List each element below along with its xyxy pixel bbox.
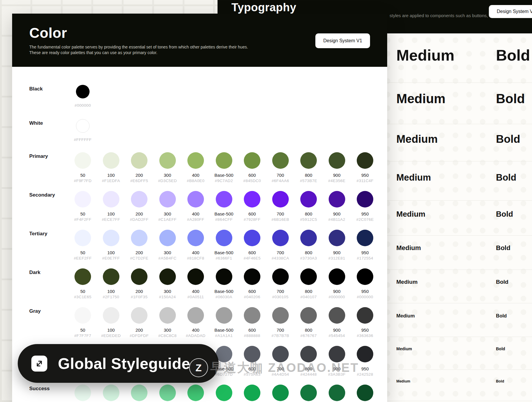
color-swatch-cell: 700#030105 bbox=[266, 268, 295, 299]
swatch-step-label: 900 bbox=[323, 173, 351, 178]
color-swatch bbox=[300, 385, 317, 401]
swatch-step-label: 200 bbox=[125, 211, 153, 216]
color-swatch-cell: 800#040107 bbox=[294, 268, 323, 299]
color-swatch bbox=[103, 152, 119, 169]
type-sample-medium: Medium bbox=[396, 379, 410, 383]
color-swatch bbox=[329, 152, 345, 169]
swatch-step-label: 200 bbox=[125, 289, 153, 294]
color-swatch bbox=[187, 307, 204, 324]
color-swatch-cell bbox=[210, 385, 238, 401]
swatch-hex-label: #ADADAD bbox=[181, 333, 210, 338]
color-swatch bbox=[216, 385, 232, 401]
color-swatch bbox=[187, 268, 204, 285]
swatch-step-label: 700 bbox=[266, 173, 295, 178]
swatch-hex-label: #6F4AA6 bbox=[266, 179, 295, 183]
color-swatch-cell: 50#F9F7FD bbox=[69, 152, 97, 183]
color-swatch bbox=[131, 152, 147, 169]
color-row-label: White bbox=[29, 120, 43, 126]
color-swatch-cell: 800#676767 bbox=[294, 307, 323, 338]
color-swatch bbox=[159, 191, 176, 208]
color-swatch-cell: 900#000000 bbox=[323, 268, 351, 299]
type-sample-bold: Bold bbox=[496, 172, 516, 183]
color-swatch bbox=[103, 385, 119, 401]
type-sample-medium: Medium bbox=[396, 346, 412, 351]
color-swatch-cell: 400#818CF8 bbox=[181, 230, 210, 260]
color-swatch bbox=[357, 152, 373, 169]
swatch-step-label: 600 bbox=[238, 289, 266, 294]
color-swatch bbox=[244, 191, 260, 208]
swatch-hex-label: #7B7B7B bbox=[266, 333, 295, 338]
color-swatch-cell: 400#B8A0E0 bbox=[181, 152, 210, 183]
color-swatch-cell bbox=[69, 385, 97, 401]
color-swatch bbox=[244, 307, 260, 324]
color-swatch bbox=[131, 268, 147, 285]
color-swatch-cell: 950#2C076E bbox=[351, 191, 379, 222]
color-swatch bbox=[329, 385, 345, 401]
color-description: The fundamental color palette serves by … bbox=[29, 44, 248, 56]
swatch-hex-label: #1F0F35 bbox=[125, 295, 153, 299]
color-swatch bbox=[159, 230, 176, 246]
row-divider bbox=[387, 270, 532, 270]
color-swatch bbox=[244, 152, 260, 169]
swatch-step-label: 300 bbox=[153, 289, 182, 294]
row-divider bbox=[387, 337, 532, 337]
swatch-hex-label: #363636 bbox=[351, 333, 379, 338]
color-swatch-cell: 800#573B7E bbox=[294, 152, 323, 183]
swatch-hex-label: #845DC0 bbox=[238, 179, 266, 183]
color-swatch-cell: 300#D3C5ED bbox=[153, 152, 182, 183]
watermark-logo-letter: Z bbox=[196, 362, 202, 374]
swatch-step-label: 50 bbox=[69, 211, 97, 216]
swatch-hex-label: #0A0511 bbox=[181, 295, 210, 299]
color-swatch-cell: #FFFFFF bbox=[69, 119, 97, 142]
color-swatch-cell: 50#F7F7F7 bbox=[69, 307, 97, 338]
swatch-step-label: 700 bbox=[266, 211, 295, 216]
color-swatch bbox=[272, 268, 289, 285]
type-sample-bold: Bold bbox=[496, 379, 504, 383]
color-swatch-cell bbox=[181, 385, 210, 401]
swatch-step-label: 900 bbox=[323, 328, 351, 333]
swatch-step-label: 700 bbox=[266, 250, 295, 255]
color-swatch-cell: 200#DAD2FF bbox=[125, 191, 153, 222]
color-swatch bbox=[131, 385, 147, 401]
swatch-hex-label: #C8C8C8 bbox=[153, 333, 182, 338]
design-system-version-badge[interactable]: Design System V1 bbox=[489, 5, 532, 18]
color-row-label: Secondary bbox=[29, 192, 55, 198]
swatch-hex-label: #573B7E bbox=[294, 179, 323, 183]
color-row-label: Black bbox=[29, 86, 43, 92]
swatch-step-label: 50 bbox=[69, 289, 97, 294]
color-swatch bbox=[131, 230, 147, 246]
color-swatch-cell: 700#6B16EB bbox=[266, 191, 295, 222]
color-swatch-cell: 50#F4F2FF bbox=[69, 191, 97, 222]
type-sample-medium: Medium bbox=[396, 244, 421, 252]
color-swatch-cell: 400#A280FF bbox=[181, 191, 210, 222]
color-swatch bbox=[74, 152, 91, 169]
type-sample-bold: Bold bbox=[496, 91, 525, 106]
color-swatch-cell: 300#A5B4FC bbox=[153, 230, 182, 260]
color-swatch bbox=[272, 385, 289, 401]
swatch-hex-label: #4F46E5 bbox=[238, 256, 266, 260]
swatch-hex-label: #F4F2FF bbox=[69, 217, 97, 222]
swatch-hex-label: #4338CA bbox=[266, 256, 295, 260]
row-divider bbox=[387, 369, 532, 370]
color-swatch bbox=[300, 152, 317, 169]
color-title: Color bbox=[29, 25, 67, 41]
color-swatch bbox=[300, 268, 317, 285]
color-swatch-cell bbox=[266, 385, 295, 401]
swatch-step-label: 200 bbox=[125, 173, 153, 178]
swatch-hex-label: #040107 bbox=[294, 295, 323, 299]
color-swatch-cell: 300#C1AEFF bbox=[153, 191, 182, 222]
color-swatch bbox=[74, 268, 91, 285]
swatch-step-label: 200 bbox=[125, 250, 153, 255]
global-styleguide-button[interactable]: Global Styleguide bbox=[18, 344, 219, 383]
swatch-step-label: 900 bbox=[323, 211, 351, 216]
color-row-label: Gray bbox=[29, 308, 41, 314]
color-swatch bbox=[76, 85, 90, 98]
swatch-hex-label: #3730A3 bbox=[294, 256, 323, 260]
color-swatch bbox=[300, 191, 317, 208]
swatch-hex-label: #7928FF bbox=[238, 217, 266, 222]
color-swatch bbox=[216, 152, 232, 169]
color-swatch-cell: Base-500#6366F1 bbox=[210, 230, 238, 260]
design-system-version-badge[interactable]: Design System V1 bbox=[315, 33, 370, 48]
swatch-hex-label: #E6DFF5 bbox=[125, 179, 153, 183]
color-swatch-cell: 200#E6DFF5 bbox=[125, 152, 153, 183]
